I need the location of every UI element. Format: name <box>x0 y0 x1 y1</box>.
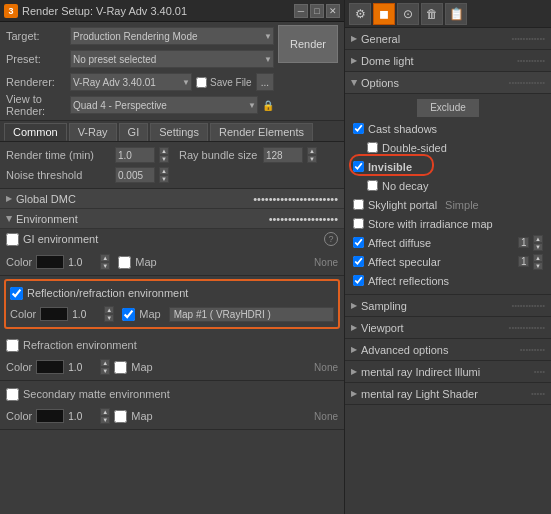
affect-diffuse-input[interactable] <box>518 237 529 248</box>
ray-bundle-label: Ray bundle size <box>179 149 259 161</box>
affect-diffuse-spinner: ▲ ▼ <box>533 235 543 251</box>
affect-specular-down[interactable]: ▼ <box>533 262 543 270</box>
no-decay-check[interactable] <box>367 180 378 191</box>
refl-refract-checkbox[interactable] <box>10 287 23 300</box>
noise-threshold-up[interactable]: ▲ <box>159 167 169 175</box>
skylight-check[interactable] <box>353 199 364 210</box>
refraction-down[interactable]: ▼ <box>100 367 110 375</box>
double-sided-check[interactable] <box>367 142 378 153</box>
advanced-tri: ▶ <box>351 345 357 354</box>
refraction-up[interactable]: ▲ <box>100 359 110 367</box>
toolbar-settings-btn[interactable]: ⚙ <box>349 3 371 25</box>
view-row: View toRender: Quad 4 - Perspective ▼ 🔒 <box>6 94 274 116</box>
render-time-spinner: ▲ ▼ <box>159 147 169 163</box>
refl-color-swatch[interactable] <box>40 307 68 321</box>
secondary-matte-map-chk[interactable] <box>114 410 127 423</box>
refraction-map-chk[interactable] <box>114 361 127 374</box>
noise-threshold-input[interactable] <box>115 167 155 183</box>
render-time-down[interactable]: ▼ <box>159 155 169 163</box>
affect-specular-up[interactable]: ▲ <box>533 254 543 262</box>
gi-env-checkbox[interactable] <box>6 233 19 246</box>
noise-threshold-down[interactable]: ▼ <box>159 175 169 183</box>
secondary-matte-up[interactable]: ▲ <box>100 408 110 416</box>
view-select[interactable]: Quad 4 - Perspective <box>70 96 258 114</box>
refl-color-label: Color <box>10 308 36 320</box>
dots-button[interactable]: ... <box>256 73 274 91</box>
affect-specular-input[interactable] <box>518 256 529 267</box>
refraction-color-swatch[interactable] <box>36 360 64 374</box>
maximize-button[interactable]: □ <box>310 4 324 18</box>
right-section-mr-light[interactable]: ▶ mental ray Light Shader ••••• <box>345 383 551 405</box>
gi-none-label: None <box>314 257 338 268</box>
secondary-matte-swatch[interactable] <box>36 409 64 423</box>
refl-down[interactable]: ▼ <box>104 314 114 322</box>
close-button[interactable]: ✕ <box>326 4 340 18</box>
right-section-viewport[interactable]: ▶ Viewport ••••••••••••• <box>345 317 551 339</box>
tab-common[interactable]: Common <box>4 123 67 141</box>
global-dmc-header[interactable]: ▶ Global DMC •••••••••••••••••••••• <box>0 189 344 209</box>
preset-select-wrap: No preset selected ▼ <box>70 50 274 68</box>
environment-header[interactable]: ▶ Environment •••••••••••••••••• <box>0 209 344 229</box>
gi-map-checkbox[interactable] <box>118 256 131 269</box>
store-irradiance-check[interactable] <box>353 218 364 229</box>
store-irradiance-label: Store with irradiance map <box>368 218 493 230</box>
gi-color-swatch[interactable] <box>36 255 64 269</box>
global-dmc-dots: •••••••••••••••••••••• <box>253 193 338 205</box>
minimize-button[interactable]: ─ <box>294 4 308 18</box>
affect-diffuse-check[interactable] <box>353 237 364 248</box>
affect-reflections-row: Affect reflections <box>353 271 543 290</box>
secondary-matte-color-label: Color <box>6 410 32 422</box>
refl-map-checkbox[interactable] <box>122 308 135 321</box>
cast-shadows-check[interactable] <box>353 123 364 134</box>
gi-color-label: Color <box>6 256 32 268</box>
ray-bundle-up[interactable]: ▲ <box>307 147 317 155</box>
exclude-button[interactable]: Exclude <box>417 99 479 117</box>
ray-bundle-down[interactable]: ▼ <box>307 155 317 163</box>
toolbar-delete-btn[interactable]: 🗑 <box>421 3 443 25</box>
save-file-checkbox[interactable]: Save File <box>196 77 252 88</box>
environment-label: Environment <box>16 213 78 225</box>
refl-up[interactable]: ▲ <box>104 306 114 314</box>
cast-shadows-row: Cast shadows <box>353 119 543 138</box>
invisible-check[interactable] <box>353 161 364 172</box>
noise-threshold-label: Noise threshold <box>6 169 111 181</box>
right-section-sampling[interactable]: ▶ Sampling •••••••••••• <box>345 295 551 317</box>
gi-env-help[interactable]: ? <box>324 232 338 246</box>
render-time-input[interactable] <box>115 147 155 163</box>
right-section-advanced[interactable]: ▶ Advanced options ••••••••• <box>345 339 551 361</box>
tab-settings[interactable]: Settings <box>150 123 208 141</box>
affect-specular-check[interactable] <box>353 256 364 267</box>
secondary-matte-checkbox[interactable] <box>6 388 19 401</box>
render-time-row: Render time (min) ▲ ▼ Ray bundle size ▲ … <box>6 145 338 165</box>
preset-select[interactable]: No preset selected <box>70 50 274 68</box>
refraction-checkbox[interactable] <box>6 339 19 352</box>
affect-diffuse-down[interactable]: ▼ <box>533 243 543 251</box>
tab-render-elements[interactable]: Render Elements <box>210 123 313 141</box>
tab-vray[interactable]: V-Ray <box>69 123 117 141</box>
renderer-select[interactable]: V-Ray Adv 3.40.01 <box>70 73 192 91</box>
right-section-dome-light[interactable]: ▶ Dome light •••••••••• <box>345 50 551 72</box>
toolbar-light-btn[interactable]: ◼ <box>373 3 395 25</box>
render-button[interactable]: Render <box>278 25 338 63</box>
toolbar-copy-btn[interactable]: 📋 <box>445 3 467 25</box>
refl-spinner: ▲ ▼ <box>104 306 114 322</box>
right-section-mr-indirect[interactable]: ▶ mental ray Indirect Illumi •••• <box>345 361 551 383</box>
affect-reflections-check[interactable] <box>353 275 364 286</box>
affect-diffuse-up[interactable]: ▲ <box>533 235 543 243</box>
gi-down[interactable]: ▼ <box>100 262 110 270</box>
right-section-options[interactable]: ▶ Options ••••••••••••• <box>345 72 551 94</box>
target-select[interactable]: Production Rendering Mode <box>70 27 274 45</box>
ray-bundle-input[interactable] <box>263 147 303 163</box>
lock-icon: 🔒 <box>262 100 274 111</box>
right-section-general[interactable]: ▶ General •••••••••••• <box>345 28 551 50</box>
toolbar-obj-btn[interactable]: ⊙ <box>397 3 419 25</box>
sampling-tri: ▶ <box>351 301 357 310</box>
secondary-matte-down[interactable]: ▼ <box>100 416 110 424</box>
render-time-up[interactable]: ▲ <box>159 147 169 155</box>
tab-gi[interactable]: GI <box>119 123 149 141</box>
refraction-section: Refraction environment Color 1.0 ▲ ▼ Map… <box>0 332 344 381</box>
gi-spinner: ▲ ▼ <box>100 254 110 270</box>
save-file-check[interactable] <box>196 77 207 88</box>
gi-up[interactable]: ▲ <box>100 254 110 262</box>
target-row: Target: Production Rendering Mode ▼ <box>6 25 274 47</box>
